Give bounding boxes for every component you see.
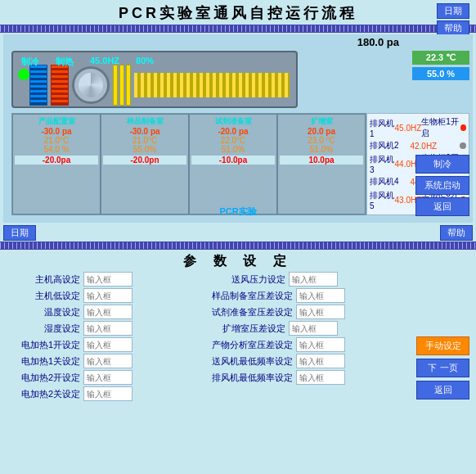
room-2-temp: 21.0°C bbox=[103, 136, 186, 145]
param-input-heat2-on[interactable] bbox=[83, 370, 132, 385]
param-label-reagent-diff: 试剂准备室压差设定 bbox=[212, 306, 293, 318]
header-controls: 日期 帮助 bbox=[437, 3, 469, 36]
param-row-expand-diff: 扩增室压差设定 bbox=[212, 321, 411, 336]
section2-header: 日期 帮助 bbox=[0, 224, 476, 242]
param-row-host-low: 主机低设定 bbox=[7, 288, 205, 303]
param-input-host-high[interactable] bbox=[83, 272, 132, 287]
action-buttons: 手动设定 下 一页 返回 bbox=[413, 272, 473, 403]
param-input-heat2-off[interactable] bbox=[83, 386, 132, 401]
param-row-heat1-on: 电加热1开设定 bbox=[7, 337, 205, 352]
start-button[interactable]: 系统启动 bbox=[415, 176, 469, 195]
param-label-product-diff: 产物分析室压差设定 bbox=[212, 339, 293, 351]
room-3: 试剂准备室 -20.0 pa 22.0°C 51.0% -10.0pa bbox=[189, 114, 277, 214]
bottom-ruler bbox=[0, 242, 476, 250]
manual-button[interactable]: 手动设定 bbox=[416, 336, 469, 355]
fan-circle bbox=[72, 66, 110, 104]
room-4-diff: 10.0pa bbox=[280, 156, 363, 165]
green-indicator bbox=[18, 69, 29, 80]
param-input-expand-diff[interactable] bbox=[289, 321, 338, 336]
param-row-sample-diff: 样品制备室压差设定 bbox=[212, 288, 411, 303]
fan-2-led bbox=[460, 142, 466, 149]
room-4: 扩增室 20.0 pa 23.0 °C 51.0% 10.0pa bbox=[277, 114, 366, 214]
param-input-hum[interactable] bbox=[83, 321, 132, 336]
control-buttons: 制冷 系统启动 返回 bbox=[415, 155, 469, 216]
room-4-temp: 23.0 °C bbox=[280, 136, 363, 145]
room-1: 产品配置室 -30.0 pa 21.0°C 54.0 % -20.0pa bbox=[12, 114, 101, 214]
heating-label: 制热 bbox=[56, 56, 74, 68]
diagram-area: 180.0 pa 制冷 制热 45.0HZ 80% 22.3 ℃ 5 bbox=[3, 34, 473, 223]
param-row-supply-pressure: 送风压力设定 bbox=[212, 272, 411, 287]
room-3-title: 试剂准备室 bbox=[191, 116, 275, 127]
param-section: 参 数 设 定 主机高设定 主机低设定 温度设定 湿度设定 电加热1开设定 bbox=[0, 250, 476, 404]
param-input-product-diff[interactable] bbox=[296, 337, 345, 352]
fan-5-label: 排风机5 bbox=[370, 190, 395, 210]
ahu-box: 制冷 制热 45.0HZ 80% bbox=[11, 51, 298, 108]
param-label-heat1-on: 电加热1开设定 bbox=[7, 339, 80, 351]
temp-box: 22.3 ℃ bbox=[412, 51, 469, 65]
room-2-diff: -20.0pn bbox=[103, 156, 186, 165]
return-button[interactable]: 返回 bbox=[416, 381, 469, 400]
fan-blade bbox=[79, 73, 103, 97]
fan-1-label: 排风机1 bbox=[370, 118, 395, 138]
param-right-column: 送风压力设定 样品制备室压差设定 试剂准备室压差设定 扩增室压差设定 产物分析室… bbox=[209, 272, 414, 403]
room-3-pressure: -20.0 pa bbox=[191, 127, 275, 136]
room-2: 样品制备室 -30.0 pa 21.0°C 55.0% -20.0pn bbox=[101, 114, 189, 214]
param-label-expand-diff: 扩增室压差设定 bbox=[212, 323, 285, 335]
fan-row-1: 排风机1 45.0HZ 生物柜1开启 bbox=[370, 116, 466, 139]
zhileng-button[interactable]: 制冷 bbox=[415, 155, 469, 174]
fan-3-label: 排风机3 bbox=[370, 154, 395, 174]
date-button[interactable]: 日期 bbox=[437, 3, 469, 19]
room-2-pressure: -30.0 pa bbox=[103, 127, 186, 136]
room-2-title: 样品制备室 bbox=[103, 116, 186, 127]
param-title: 参 数 设 定 bbox=[3, 253, 473, 270]
param-row-temp: 温度设定 bbox=[7, 305, 205, 319]
param-label-exhaust-min-hz: 排风机最低频率设定 bbox=[212, 372, 293, 384]
param-label-temp: 温度设定 bbox=[7, 306, 80, 318]
param-input-sample-diff[interactable] bbox=[296, 288, 345, 303]
param-row-product-diff: 产物分析室压差设定 bbox=[212, 337, 411, 352]
date2-button[interactable]: 日期 bbox=[3, 225, 36, 241]
param-row-heat2-off: 电加热2关设定 bbox=[7, 386, 205, 401]
fan-row-2: 排风机2 42.0HZ bbox=[370, 140, 466, 151]
back-top-button[interactable]: 返回 bbox=[415, 197, 469, 216]
param-input-heat1-on[interactable] bbox=[83, 337, 132, 352]
param-row-supply-min-hz: 送风机最低频率设定 bbox=[212, 354, 411, 368]
next-button[interactable]: 下 一页 bbox=[416, 359, 469, 377]
param-label-host-high: 主机高设定 bbox=[7, 273, 80, 286]
fan-2-value: 42.0HZ bbox=[410, 142, 437, 151]
param-input-supply-min-hz[interactable] bbox=[296, 354, 345, 368]
rooms-area: 产品配置室 -30.0 pa 21.0°C 54.0 % -20.0pa 样品制… bbox=[11, 113, 366, 215]
cooling-label: 制冷 bbox=[21, 56, 39, 68]
room-1-temp: 21.0°C bbox=[15, 136, 98, 145]
room-1-hum: 54.0 % bbox=[15, 145, 98, 154]
param-input-supply-pressure[interactable] bbox=[289, 272, 338, 287]
room-4-hum: 51.0% bbox=[280, 145, 363, 154]
param-input-exhaust-min-hz[interactable] bbox=[296, 370, 345, 385]
param-input-temp[interactable] bbox=[83, 305, 132, 319]
fan-1-led bbox=[460, 124, 466, 131]
fan-4-label: 排风机4 bbox=[370, 176, 399, 187]
room-4-pressure: 20.0 pa bbox=[280, 127, 363, 136]
room-1-pressure: -30.0 pa bbox=[15, 127, 98, 136]
param-label-heat2-on: 电加热2开设定 bbox=[7, 372, 80, 384]
param-label-sample-diff: 样品制备室压差设定 bbox=[212, 290, 293, 302]
page-title: PCR实验室通风自控运行流程 bbox=[119, 5, 357, 21]
param-input-reagent-diff[interactable] bbox=[296, 305, 345, 319]
top-ruler bbox=[0, 25, 476, 33]
humidity-box: 55.0 % bbox=[412, 67, 469, 80]
param-row-reagent-diff: 试剂准备室压差设定 bbox=[212, 305, 411, 319]
param-input-heat1-off[interactable] bbox=[83, 354, 132, 368]
room-1-title: 产品配置室 bbox=[15, 116, 98, 127]
param-input-host-low[interactable] bbox=[83, 288, 132, 303]
room-1-diff: -20.0pa bbox=[15, 156, 98, 165]
param-label-hum: 湿度设定 bbox=[7, 323, 80, 335]
help2-button[interactable]: 帮助 bbox=[440, 225, 473, 241]
param-label-host-low: 主机低设定 bbox=[7, 290, 80, 302]
filter-bars bbox=[113, 65, 131, 106]
room-4-title: 扩增室 bbox=[280, 116, 363, 127]
fan-2-label: 排风机2 bbox=[370, 140, 399, 151]
coil-hot bbox=[51, 65, 69, 106]
room-3-hum: 51.0% bbox=[191, 145, 275, 154]
pcr-label: PCR实验 bbox=[219, 205, 256, 218]
param-label-heat1-off: 电加热1关设定 bbox=[7, 355, 80, 368]
